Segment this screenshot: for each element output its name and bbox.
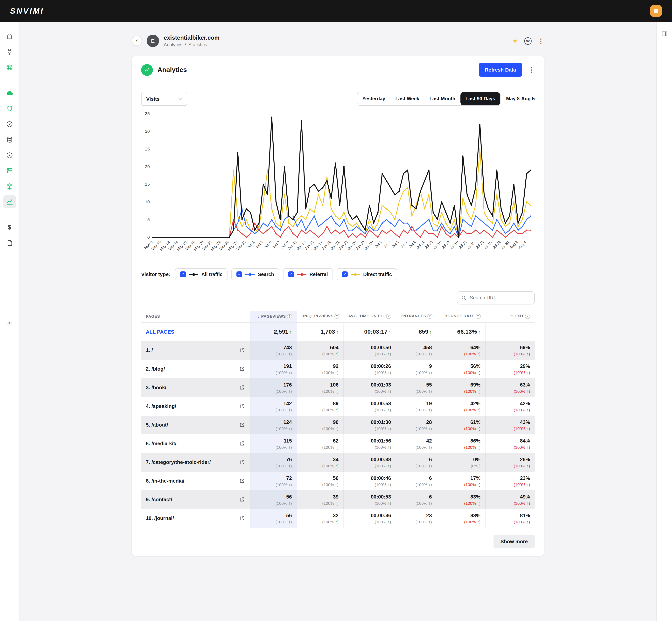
pageviews-cell: 72(100% ↑): [250, 472, 297, 490]
external-link-icon[interactable]: [238, 440, 245, 447]
external-link-icon[interactable]: [238, 459, 245, 466]
sidebar-item-security[interactable]: [3, 102, 16, 115]
external-link-icon[interactable]: [238, 366, 245, 373]
sidebar-item-package[interactable]: [3, 180, 16, 193]
range-tab-last-90-days[interactable]: Last 90 Days: [460, 92, 500, 106]
help-icon[interactable]: ?: [335, 314, 340, 319]
series-point: [513, 183, 514, 185]
series-point: [237, 215, 238, 217]
external-link-icon[interactable]: [238, 515, 245, 522]
range-tab-last-week[interactable]: Last Week: [390, 92, 424, 106]
change-badge: (100% ↑): [490, 445, 530, 450]
series-point: [517, 222, 518, 223]
series-point: [462, 219, 464, 220]
external-link-icon[interactable]: [238, 478, 245, 485]
series-point: [360, 233, 362, 234]
sidebar-item-compass[interactable]: [3, 117, 16, 131]
series-point: [403, 230, 404, 231]
show-more-button[interactable]: Show more: [494, 535, 535, 548]
sidebar-item-disc[interactable]: [3, 149, 16, 162]
avg-time-cell: 00:01:30(100% ↑): [343, 416, 396, 434]
sidebar-item-home[interactable]: [3, 30, 16, 43]
change-badge: (100% ↑): [490, 351, 530, 356]
series-point: [301, 219, 302, 220]
series-point: [373, 233, 374, 234]
wordpress-icon[interactable]: W: [524, 37, 532, 44]
refresh-data-button[interactable]: Refresh Data: [479, 63, 522, 77]
series-point: [339, 226, 340, 227]
shield-icon: [6, 105, 13, 112]
sidebar-item-plug[interactable]: [3, 45, 16, 58]
change-badge: (100% ↑): [348, 482, 391, 487]
search-url-input[interactable]: [457, 291, 535, 304]
change-badge: (100% ↑): [401, 389, 432, 394]
help-icon[interactable]: ?: [525, 314, 530, 319]
metric-value: 00:00:53: [348, 401, 391, 406]
visitor-chip-search[interactable]: ✓Search: [232, 268, 279, 280]
visitor-chip-all-traffic[interactable]: ✓All traffic: [175, 268, 227, 280]
panel-toggle-icon[interactable]: [659, 29, 669, 39]
header-bounce-rate[interactable]: BOUNCE RATE?: [437, 311, 485, 323]
user-avatar[interactable]: [650, 5, 662, 17]
help-icon[interactable]: ?: [427, 314, 432, 319]
header-entrances[interactable]: ENTRANCES?: [396, 311, 437, 323]
metric-value: 124: [255, 419, 292, 425]
series-point: [526, 201, 527, 202]
all-pages-row: ALL PAGES 2,591↑ 1,703↑ 00:03:17↑ 859↑ 6…: [141, 323, 535, 341]
header-avg-time[interactable]: AVG. TIME ON PG.?: [343, 311, 396, 323]
series-point: [411, 215, 412, 217]
series-point: [292, 215, 294, 217]
change-badge: (100% ↑): [348, 351, 391, 356]
sidebar-item-cloud[interactable]: [3, 86, 16, 99]
sidebar-item-analytics[interactable]: [3, 195, 16, 208]
series-point: [475, 187, 476, 189]
external-link-icon[interactable]: [238, 403, 245, 410]
sidebar-item-billing[interactable]: $: [3, 221, 16, 234]
sidebar-item-brand[interactable]: [3, 61, 16, 74]
metric-value: 61%: [442, 419, 480, 425]
change-badge: (100% ↑): [442, 520, 480, 524]
external-link-icon[interactable]: [238, 384, 245, 391]
svg-text:30: 30: [145, 129, 150, 134]
visitor-chip-direct-traffic[interactable]: ✓Direct traffic: [337, 268, 397, 280]
favorite-star-icon[interactable]: ★: [512, 37, 518, 45]
help-icon[interactable]: ?: [287, 314, 292, 319]
disc-icon: [6, 152, 13, 159]
sidebar-item-docs[interactable]: [3, 237, 16, 250]
help-icon[interactable]: ?: [476, 314, 481, 319]
sidebar-collapse-button[interactable]: [3, 317, 16, 330]
metric-select[interactable]: Visits: [141, 92, 187, 106]
visitor-type-label: Visitor type:: [141, 272, 170, 277]
header-pageviews[interactable]: ↓ PAGEVIEWS?: [250, 311, 297, 323]
sidebar-item-database[interactable]: [3, 133, 16, 146]
sidebar-item-server[interactable]: [3, 164, 16, 177]
series-point: [509, 215, 510, 217]
range-tab-last-month[interactable]: Last Month: [424, 92, 460, 106]
range-tab-yesterday[interactable]: Yesterday: [357, 92, 390, 106]
card-kebab-menu[interactable]: ⋮: [529, 66, 535, 74]
external-link-icon[interactable]: [238, 421, 245, 428]
header-uniq-pageviews[interactable]: UNIQ. PGVIEWS?: [297, 311, 343, 323]
metric-value: 43%: [490, 419, 530, 425]
header-exit[interactable]: % EXIT?: [485, 311, 535, 323]
svg-text:10: 10: [145, 200, 150, 204]
metric-value: 56: [302, 475, 339, 481]
back-button[interactable]: ‹: [132, 36, 142, 46]
series-point: [441, 222, 442, 223]
series-point: [309, 208, 310, 210]
uniq-pageviews-cell: 34(100% ↑): [297, 453, 343, 472]
series-point: [233, 230, 234, 231]
all-pages-link[interactable]: ALL PAGES: [146, 329, 174, 335]
external-link-icon[interactable]: [238, 496, 245, 503]
breadcrumb-analytics[interactable]: Analytics: [164, 42, 182, 47]
external-link-icon[interactable]: [238, 347, 245, 354]
series-point: [411, 205, 412, 206]
metric-value: 49%: [490, 494, 530, 500]
metric-value: 26%: [490, 457, 530, 462]
series-point: [335, 162, 336, 164]
page-kebab-menu[interactable]: ⋮: [538, 37, 544, 44]
metric-value: 34: [302, 457, 339, 462]
visitor-chip-referral[interactable]: ✓Referral: [283, 268, 333, 280]
series-point: [484, 212, 485, 213]
help-icon[interactable]: ?: [386, 314, 391, 319]
